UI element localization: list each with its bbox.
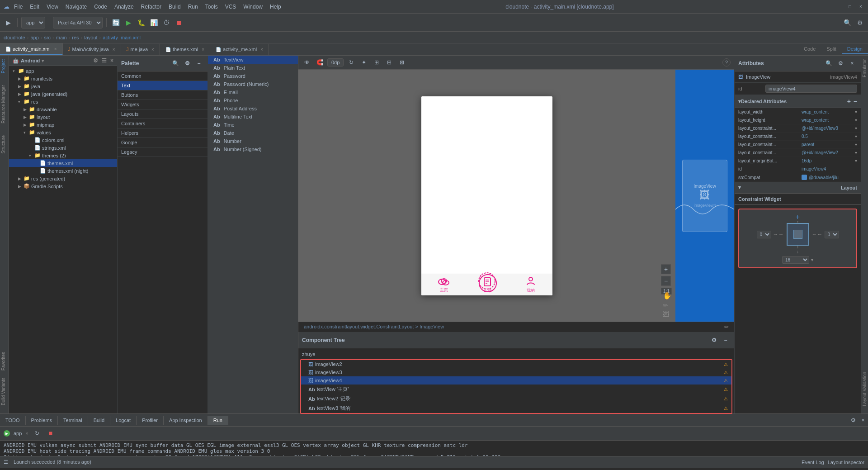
breadcrumb-app[interactable]: cloudnote: [4, 35, 25, 40]
palette-cat-layouts[interactable]: Layouts: [118, 109, 208, 119]
palette-search-icon[interactable]: 🔍: [170, 58, 180, 68]
debug-icon[interactable]: 🐛: [136, 17, 146, 28]
bottom-settings-icon[interactable]: ⚙: [848, 415, 858, 425]
id-input[interactable]: [765, 85, 857, 93]
bottom-tab-terminal[interactable]: Terminal: [58, 416, 88, 425]
run-restart-icon[interactable]: ↻: [32, 428, 42, 438]
magnet-icon[interactable]: 🧲: [315, 57, 325, 67]
align-right-icon[interactable]: ⊟: [384, 57, 394, 67]
settings-icon[interactable]: ⚙: [854, 17, 865, 28]
layout-inspector-link[interactable]: Layout Inspector: [828, 460, 864, 465]
palette-cat-containers[interactable]: Containers: [118, 119, 208, 128]
resource-manager-toggle[interactable]: Resource Manager: [0, 81, 9, 127]
attr-dropdown-2[interactable]: ▾: [855, 126, 857, 131]
tree-item-themes-xml[interactable]: 📄 themes.xml: [9, 159, 117, 167]
tab-close-1[interactable]: ×: [113, 47, 115, 52]
split-view-btn[interactable]: Split: [821, 44, 841, 54]
tree-item-strings[interactable]: 📄 strings.xml: [9, 144, 117, 152]
help-icon[interactable]: ?: [722, 58, 731, 66]
tab-activity-me[interactable]: 📄 activity_me.xml ×: [210, 44, 269, 55]
tree-item-drawable[interactable]: ▶ 📁 drawable: [9, 105, 117, 113]
canvas-edit-icon[interactable]: ✏: [724, 324, 729, 330]
tab-me-java[interactable]: J me.java ×: [121, 44, 160, 55]
ct-item-imageview2[interactable]: 🖼 imageView2 ⚠: [301, 360, 731, 368]
bottom-close-icon[interactable]: ×: [858, 415, 868, 425]
structure-toggle[interactable]: Structure: [0, 132, 9, 157]
favorites-toggle[interactable]: Favorites: [0, 348, 9, 374]
attr-dropdown-3[interactable]: ▾: [855, 134, 857, 139]
ct-item-textview3[interactable]: Ab textView3 '我的' ⚠: [301, 404, 731, 413]
menu-edit[interactable]: Edit: [27, 3, 42, 11]
build-variants-toggle[interactable]: Build Variants: [0, 374, 9, 409]
design-view-btn[interactable]: Design: [842, 44, 868, 54]
breadcrumb-app2[interactable]: app: [30, 35, 38, 40]
tree-item-java-gen[interactable]: ▶ 📁 java (generated): [9, 90, 117, 98]
tree-item-themes-night[interactable]: 📄 themes.xml (night): [9, 167, 117, 175]
edit-canvas-icon[interactable]: ✏: [663, 302, 672, 309]
palette-minimize-icon[interactable]: −: [194, 58, 204, 68]
margin-bottom-dropdown[interactable]: ▾: [811, 257, 813, 262]
menu-refactor[interactable]: Refactor: [138, 3, 164, 11]
dp-value-display[interactable]: 0dp: [327, 58, 344, 66]
attr-dropdown-5[interactable]: ▾: [855, 150, 857, 155]
ct-minimize-icon[interactable]: −: [721, 335, 731, 345]
menu-help[interactable]: Help: [267, 3, 284, 11]
breadcrumb-res[interactable]: res: [72, 35, 79, 40]
tab-mainactivity[interactable]: J MainActivity.java ×: [63, 44, 121, 55]
palette-cat-common[interactable]: Common: [118, 71, 208, 81]
project-close-icon[interactable]: ×: [110, 57, 113, 64]
tree-item-themes-folder[interactable]: ▾ 📁 themes (2): [9, 152, 117, 159]
zoom-in-btn[interactable]: +: [661, 264, 671, 274]
bottom-tab-run[interactable]: Run: [208, 416, 228, 425]
palette-settings-icon[interactable]: ⚙: [182, 58, 192, 68]
da-add-btn[interactable]: +: [847, 98, 851, 105]
bottom-tab-problems[interactable]: Problems: [26, 416, 58, 425]
breadcrumb-file[interactable]: activity_main.xml: [103, 35, 141, 40]
palette-cat-legacy[interactable]: Legacy: [118, 147, 208, 157]
project-collapse-icon[interactable]: ☰: [102, 57, 107, 64]
tree-item-java[interactable]: ▶ 📁 java: [9, 82, 117, 90]
breadcrumb-layout[interactable]: layout: [84, 35, 97, 40]
vertical-align-icon[interactable]: ⊠: [397, 57, 407, 67]
tree-item-res[interactable]: ▾ 📁 res: [9, 98, 117, 105]
profile-icon[interactable]: ⏱: [161, 17, 172, 28]
project-panel-toggle[interactable]: Project: [0, 56, 9, 77]
run-icon[interactable]: ▶: [123, 17, 134, 28]
palette-item-number[interactable]: Ab Number: [208, 137, 298, 145]
palette-cat-widgets[interactable]: Widgets: [118, 100, 208, 109]
tree-item-gradle[interactable]: ▶ 📦 Gradle Scripts: [9, 182, 117, 190]
tree-item-mipmap[interactable]: ▶ 📁 mipmap: [9, 121, 117, 128]
palette-cat-helpers[interactable]: Helpers: [118, 128, 208, 138]
da-remove-btn[interactable]: −: [854, 98, 857, 105]
palette-item-postal[interactable]: Ab Postal Address: [208, 104, 298, 113]
tree-item-app[interactable]: ▾ 📁 app: [9, 67, 117, 75]
refresh-icon[interactable]: ↻: [346, 57, 356, 67]
tree-item-res-gen[interactable]: ▶ 📁 res (generated): [9, 175, 117, 182]
image-canvas-icon[interactable]: 🖼: [663, 311, 672, 318]
menu-vcs[interactable]: VCS: [222, 3, 239, 11]
bottom-tab-profiler[interactable]: Profiler: [137, 416, 164, 425]
palette-item-date[interactable]: Ab Date: [208, 129, 298, 137]
palette-item-time[interactable]: Ab Time: [208, 121, 298, 129]
menu-tools[interactable]: Tools: [203, 3, 221, 11]
tab-close-3[interactable]: ×: [202, 47, 204, 52]
tab-themes-xml[interactable]: 📄 themes.xml ×: [160, 44, 210, 55]
run-stop-icon[interactable]: ⏹: [46, 428, 56, 438]
maximize-button[interactable]: □: [846, 3, 854, 10]
zoom-out-btn[interactable]: −: [661, 276, 671, 286]
eye-icon[interactable]: 👁: [302, 57, 312, 67]
attr-dropdown-1[interactable]: ▾: [855, 118, 857, 123]
device-select[interactable]: Pixel 4a API 30: [53, 17, 103, 28]
tree-item-values[interactable]: ▾ 📁 values: [9, 128, 117, 136]
tree-item-manifests[interactable]: ▶ 📁 manifests: [9, 75, 117, 82]
layout-section-header[interactable]: ▾ Layout: [735, 182, 861, 194]
validation-toggle[interactable]: Layout Validation: [861, 368, 868, 410]
constraint-left-select[interactable]: 0: [757, 231, 771, 238]
margin-bottom-select[interactable]: 16: [782, 256, 809, 264]
ct-settings-icon[interactable]: ⚙: [709, 335, 719, 345]
tab-activity-main[interactable]: 📄 activity_main.xml ×: [0, 43, 63, 55]
wand-icon[interactable]: ✦: [359, 57, 369, 67]
breadcrumb-src[interactable]: src: [44, 35, 51, 40]
search-everywhere-icon[interactable]: 🔍: [842, 17, 853, 28]
menu-analyze[interactable]: Analyze: [112, 3, 137, 11]
